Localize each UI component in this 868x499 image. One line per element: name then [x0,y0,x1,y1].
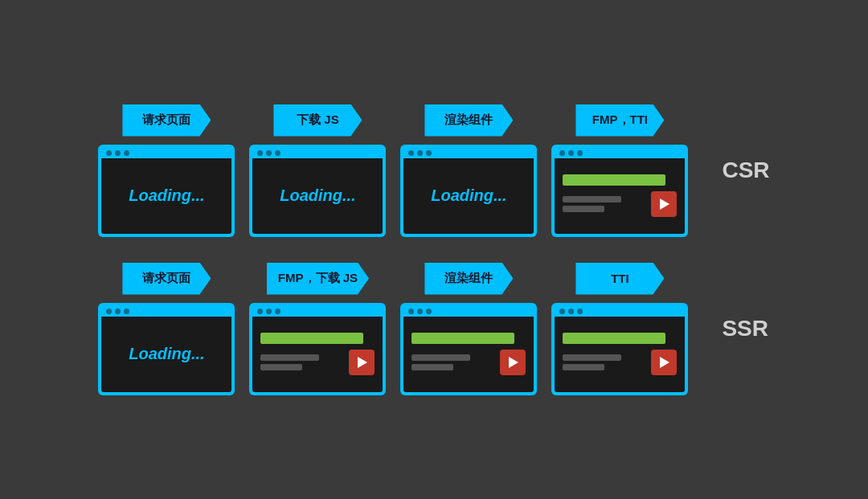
section-label-csr: CSR [722,157,769,183]
browser-titlebar-0-0 [101,148,231,158]
window-dot [257,150,263,156]
play-button [651,191,677,217]
bottom-row [260,350,375,375]
step-block-1-3: TTI [551,263,688,395]
browser-content-0-1: Loading... [252,158,383,234]
browser-titlebar-0-1 [252,148,383,158]
arrow-label-1-1: FMP，下载 JS [267,263,369,295]
step-block-1-0: 请求页面Loading... [98,263,235,395]
rendered-content [403,317,534,392]
play-button [500,350,526,375]
step-group-1: 请求页面Loading...FMP，下载 JS渲染组件TTI [98,263,702,395]
row-csr: 请求页面Loading...下载 JSLoading...渲染组件Loading… [98,104,769,237]
browser-titlebar-1-0 [101,306,231,317]
window-dot [426,309,432,314]
row-ssr: 请求页面Loading...FMP，下载 JS渲染组件TTISSR [98,263,769,395]
window-dot [559,150,565,156]
step-block-1-2: 渲染组件 [400,263,537,395]
browser-titlebar-1-2 [403,306,534,317]
window-dot [106,150,112,156]
window-dot [266,309,272,314]
window-dot [266,150,272,156]
gray-bar [411,354,470,361]
window-dot [417,150,423,156]
window-dot [568,150,574,156]
green-bar [563,333,665,344]
gray-bar [563,354,621,361]
window-dot [577,309,583,314]
window-dot [124,150,129,156]
arrow-label-0-1: 下载 JS [273,104,362,137]
browser-content-1-1 [252,317,383,392]
browser-window-1-1 [249,303,386,395]
window-dot [568,309,574,314]
green-bar [563,174,665,186]
rendered-content [555,317,685,392]
window-dot [275,309,280,314]
rendered-content [252,317,383,392]
browser-window-1-2 [400,303,537,395]
browser-titlebar-0-2 [403,148,534,158]
play-triangle-icon [660,198,669,210]
browser-content-1-0: Loading... [101,317,231,392]
text-lines [563,196,646,212]
play-triangle-icon [358,357,367,368]
browser-titlebar-0-3 [555,148,685,158]
gray-bar [260,364,302,370]
gray-bar [563,364,604,370]
window-dot [115,150,121,156]
text-lines [411,354,495,370]
window-dot [275,150,280,156]
window-dot [257,309,263,314]
gray-bar [563,196,621,202]
bottom-row [411,350,526,375]
browser-content-1-3 [555,317,685,392]
arrow-label-0-3: FMP，TTI [575,104,664,137]
browser-titlebar-1-3 [555,306,685,317]
rendered-content [555,158,685,234]
window-dot [577,150,583,156]
step-block-0-3: FMP，TTI [551,104,688,237]
browser-window-1-3 [551,303,688,395]
play-triangle-icon [509,357,518,368]
window-dot [106,309,112,314]
play-button [651,350,677,375]
window-dot [408,309,414,314]
step-group-0: 请求页面Loading...下载 JSLoading...渲染组件Loading… [98,104,702,237]
text-lines [260,354,344,370]
browser-content-0-3 [555,158,685,234]
main-container: 请求页面Loading...下载 JSLoading...渲染组件Loading… [66,88,801,411]
play-triangle-icon [660,357,669,368]
arrow-label-0-0: 请求页面 [122,104,211,137]
window-dot [115,309,121,314]
window-dot [417,309,423,314]
gray-bar [411,364,453,370]
play-button [349,350,375,375]
browser-window-1-0: Loading... [98,303,235,395]
browser-window-0-0: Loading... [98,145,235,237]
browser-window-0-3 [551,145,688,237]
browser-content-1-2 [403,317,534,392]
section-label-ssr: SSR [722,316,768,342]
bottom-row [563,350,677,375]
step-block-1-1: FMP，下载 JS [249,263,386,395]
step-block-0-1: 下载 JSLoading... [249,104,386,237]
window-dot [426,150,432,156]
loading-text: Loading... [431,186,506,205]
browser-window-0-1: Loading... [249,145,386,237]
window-dot [408,150,414,156]
window-dot [124,309,129,314]
step-block-0-0: 请求页面Loading... [98,104,235,237]
window-dot [559,309,565,314]
browser-titlebar-1-1 [252,306,383,317]
bottom-row [563,191,677,217]
text-lines [563,354,646,370]
green-bar [411,333,514,344]
gray-bar [260,354,319,361]
browser-content-0-0: Loading... [101,158,231,234]
arrow-label-1-2: 渲染组件 [424,263,513,295]
gray-bar [563,206,604,212]
loading-text: Loading... [129,186,204,205]
browser-window-0-2: Loading... [400,145,537,237]
arrow-label-0-2: 渲染组件 [424,104,513,137]
